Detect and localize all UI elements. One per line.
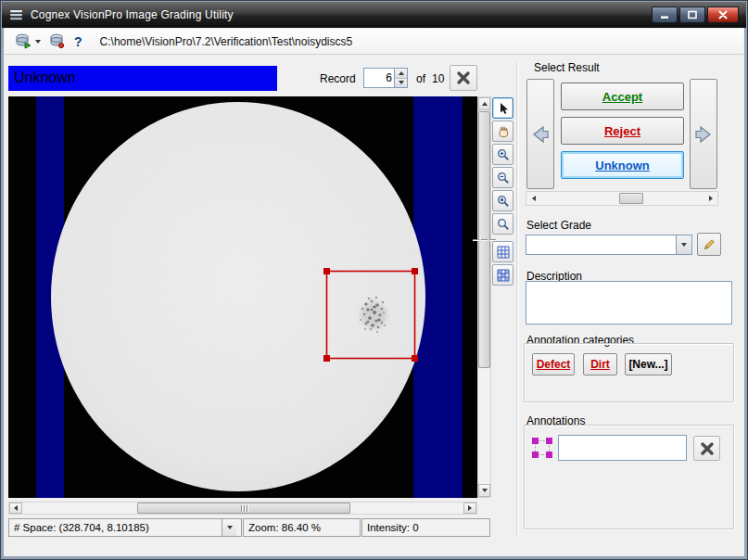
zoom-fit-button[interactable] — [492, 213, 513, 235]
space-dropdown-button[interactable] — [222, 519, 236, 536]
accept-button[interactable]: Accept — [561, 83, 684, 110]
close-icon — [718, 10, 728, 19]
select-tool-button[interactable] — [492, 97, 513, 119]
help-icon: ? — [74, 34, 82, 49]
previous-arrow-icon — [530, 124, 551, 145]
main-toolbar: ? C:\home\VisionPro\7.2\Verification\Tes… — [5, 29, 743, 55]
delete-x-icon — [456, 70, 471, 85]
vertical-scroll-thumb[interactable] — [478, 111, 490, 368]
horizontal-scrollbar[interactable] — [8, 502, 477, 515]
record-spin-up-button[interactable] — [395, 69, 407, 79]
intensity-status-box: Intensity: 0 — [361, 518, 490, 537]
space-status: # Space: (328.704, 8.10185) — [14, 522, 149, 533]
database-path: C:\home\VisionPro\7.2\Verification\Test\… — [100, 35, 353, 48]
maximize-button[interactable] — [679, 6, 705, 23]
category-dirt-button[interactable]: Dirt — [583, 353, 617, 375]
unknown-button[interactable]: Unknown — [561, 151, 684, 179]
record-spin-buttons — [394, 69, 407, 87]
zoom-status: Zoom: 86.40 % — [248, 522, 321, 533]
annotation-input[interactable] — [558, 435, 687, 461]
load-dropdown-caret-icon[interactable] — [35, 40, 41, 44]
new-category-label: [New...] — [628, 358, 667, 371]
pencil-icon — [703, 237, 716, 251]
save-database-button[interactable] — [45, 32, 68, 52]
delete-record-button[interactable] — [450, 65, 477, 91]
value-grid-icon — [497, 269, 510, 282]
panel-splitter[interactable] — [516, 62, 519, 537]
window-controls — [652, 6, 739, 23]
slider-right-button[interactable] — [704, 192, 717, 205]
unknown-label: Unknown — [595, 159, 650, 172]
grade-dropdown-button[interactable] — [676, 235, 691, 254]
grid-values-button[interactable] — [492, 264, 513, 286]
help-button[interactable]: ? — [68, 32, 89, 52]
zoom-window-button[interactable] — [492, 190, 513, 211]
description-input[interactable] — [526, 281, 732, 325]
scroll-left-button[interactable] — [9, 503, 22, 514]
defect-label: Defect — [537, 358, 571, 371]
record-number-input[interactable] — [364, 69, 394, 87]
horizontal-scroll-thumb[interactable] — [137, 503, 350, 514]
record-slider[interactable] — [526, 191, 718, 206]
previous-record-button[interactable] — [526, 79, 554, 189]
category-defect-button[interactable]: Defect — [532, 353, 575, 375]
app-window: Cognex VisionPro Image Grading Utility — [0, 0, 748, 560]
scroll-down-button[interactable] — [478, 484, 490, 497]
database-save-icon — [48, 33, 65, 49]
slider-thumb[interactable] — [619, 193, 643, 204]
scroll-up-button[interactable] — [478, 97, 490, 110]
grid-pixel-button[interactable] — [492, 241, 513, 262]
left-arrow-icon — [14, 505, 18, 511]
annotation-marker — [531, 437, 553, 459]
reject-label: Reject — [604, 124, 640, 138]
viewer-toolbar — [492, 97, 514, 287]
pointer-icon — [497, 102, 510, 115]
down-arrow-icon — [399, 81, 404, 84]
close-button[interactable] — [707, 6, 739, 23]
window-title: Cognex VisionPro Image Grading Utility — [31, 8, 234, 21]
pan-tool-button[interactable] — [492, 121, 513, 142]
record-label: Record — [320, 72, 356, 85]
delete-annotation-button[interactable] — [693, 436, 720, 461]
scroll-right-button[interactable] — [463, 503, 476, 514]
minimize-button[interactable] — [652, 6, 678, 23]
edit-grades-button[interactable] — [697, 233, 721, 256]
down-arrow-icon — [482, 489, 488, 492]
next-record-button[interactable] — [690, 79, 717, 189]
zoom-window-icon — [497, 195, 510, 208]
grade-combobox[interactable] — [526, 235, 692, 255]
right-arrow-icon — [709, 196, 713, 201]
image-display[interactable] — [8, 96, 477, 498]
up-arrow-icon — [482, 102, 488, 106]
database-load-icon — [15, 33, 32, 49]
record-spin-down-button[interactable] — [395, 79, 407, 88]
record-total: 10 — [432, 72, 444, 85]
of-label: of — [416, 72, 425, 85]
result-banner: Unknown — [8, 66, 277, 91]
app-icon — [9, 8, 24, 21]
zoom-in-button[interactable] — [492, 144, 513, 165]
select-grade-title: Select Grade — [526, 219, 591, 232]
reject-button[interactable]: Reject — [561, 117, 684, 145]
category-new-button[interactable]: [New...] — [625, 353, 672, 375]
title-bar[interactable]: Cognex VisionPro Image Grading Utility — [2, 2, 746, 28]
load-database-button[interactable] — [12, 32, 34, 52]
slider-left-button[interactable] — [526, 192, 540, 205]
dropdown-arrow-icon — [681, 243, 687, 247]
space-selector[interactable]: # Space: (328.704, 8.10185) — [8, 518, 242, 537]
zoom-status-box: Zoom: 86.40 % — [243, 518, 361, 537]
minimize-icon — [660, 10, 669, 19]
disc-image[interactable] — [8, 96, 477, 498]
select-result-title: Select Result — [534, 61, 600, 74]
annotation-roi-icon — [531, 437, 553, 459]
vertical-scrollbar[interactable] — [477, 96, 491, 498]
intensity-status: Intensity: 0 — [367, 522, 419, 533]
right-arrow-icon — [468, 505, 472, 511]
zoom-in-icon — [497, 148, 510, 161]
hand-icon — [497, 125, 510, 138]
zoom-out-icon — [497, 172, 510, 185]
left-arrow-icon — [532, 196, 536, 201]
accept-label: Accept — [602, 90, 642, 104]
maximize-icon — [688, 10, 697, 19]
zoom-out-button[interactable] — [492, 167, 513, 188]
